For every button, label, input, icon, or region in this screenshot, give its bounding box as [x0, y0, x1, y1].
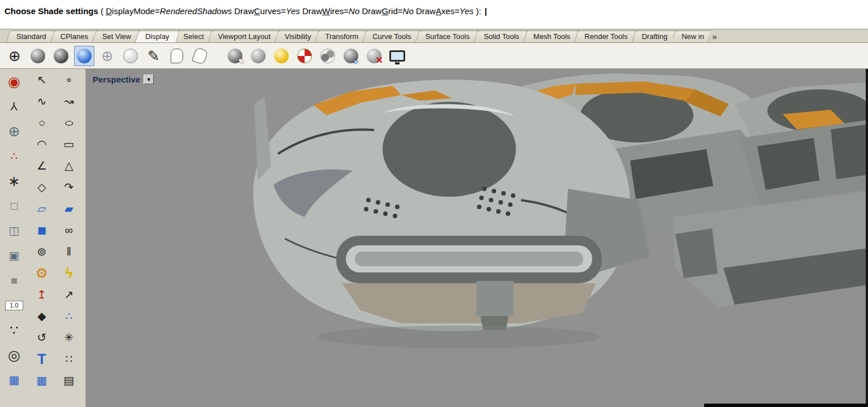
grid-blue-icon[interactable]: ▦ [28, 370, 55, 391]
cube-rendered-icon[interactable]: ▣ [0, 243, 28, 268]
icon-glyph: 1.0 [5, 301, 23, 310]
tab-surface-tools[interactable]: Surface Tools [417, 31, 479, 42]
point-icon[interactable]: ∘ [55, 69, 83, 90]
rendered-shadows-mode-icon[interactable] [74, 46, 94, 66]
extrude-taper-icon[interactable]: ↗ [55, 284, 83, 305]
tab-transform[interactable]: Transform [316, 31, 367, 42]
shade-gray-icon[interactable] [248, 46, 268, 66]
viewport-dropdown-button[interactable]: ▼ [144, 75, 154, 84]
icon-glyph: ◉ [8, 75, 20, 89]
shade-forward-icon[interactable]: ► [341, 46, 361, 66]
unshade-icon[interactable]: ✕ [364, 46, 384, 66]
fullscreen-monitor-icon[interactable] [387, 46, 407, 66]
tab-cplanes[interactable]: CPlanes [52, 31, 97, 42]
icon-glyph: ⊚ [37, 246, 47, 257]
tab-overflow-chevron[interactable]: » [712, 31, 717, 42]
curve-freeform-icon[interactable]: ↷ [55, 176, 83, 198]
sphere-pair-icon[interactable]: ∞ [55, 219, 83, 241]
shade-beachball-icon[interactable] [294, 46, 315, 66]
gear-icon[interactable]: ⚙ [28, 262, 55, 284]
icon-glyph: Y [10, 101, 18, 112]
command-bar[interactable]: Choose Shade settings ( DisplayMode=Rend… [0, 3, 868, 29]
value-field[interactable]: 1.0 [0, 293, 28, 318]
tab-standard[interactable]: Standard [8, 31, 55, 42]
polyline-icon[interactable]: ∠ [28, 155, 55, 176]
icon-glyph: ○ [38, 117, 45, 128]
shade-pair-icon[interactable] [318, 46, 338, 66]
tab-viewport-layout[interactable]: Viewport Layout [210, 31, 279, 42]
sphere-graphic [171, 49, 183, 63]
hexagon-icon[interactable]: ◇ [28, 176, 55, 198]
window-right-edge [866, 69, 868, 407]
polygon-icon[interactable]: △ [55, 155, 83, 176]
ellipse-icon[interactable]: ○ [55, 112, 83, 133]
box-icon[interactable]: ◼ [28, 219, 55, 241]
tab-visibility[interactable]: Visibility [276, 31, 320, 42]
curve-control-icon[interactable]: ↝ [55, 90, 83, 112]
lens-icon[interactable]: ◎ [0, 343, 28, 367]
xray-mode-icon[interactable] [120, 46, 141, 66]
sphere-graphic [251, 49, 266, 63]
surface-icon[interactable]: ▱ [28, 198, 55, 219]
shade-object-icon[interactable]: ✎ [225, 46, 245, 66]
shade-yellow-icon[interactable] [271, 46, 292, 66]
viewport-title-bar[interactable]: Perspective ▼ [93, 75, 154, 84]
tab-new-in[interactable]: New in [673, 31, 710, 42]
hook-icon[interactable]: Y [0, 94, 28, 119]
text-icon[interactable]: T [28, 348, 55, 370]
stop-icon[interactable]: ◉ [0, 69, 28, 94]
extrude-icon[interactable]: ↥ [28, 284, 55, 305]
tab-render-tools[interactable]: Render Tools [576, 31, 636, 42]
icon-glyph: ◼ [37, 224, 47, 236]
icon-glyph: ○ [64, 117, 75, 128]
cylinder-icon[interactable]: ⊚ [28, 241, 55, 262]
cube-shaded-icon[interactable]: ◫ [0, 218, 28, 243]
pen-mode-icon[interactable] [167, 46, 187, 66]
text-cursor: | [485, 6, 487, 16]
globe-icon[interactable]: ⊕ [0, 119, 28, 144]
pipe-icon[interactable]: ‖ [55, 241, 83, 262]
cube-wireframe-icon[interactable]: □ [0, 193, 28, 218]
tab-curve-tools[interactable]: Curve Tools [364, 31, 419, 42]
viewport-perspective[interactable]: Perspective ▼ [86, 69, 868, 407]
surface-corner-icon[interactable]: ▰ [55, 198, 83, 219]
toolbar-tabs: StandardCPlanesSet ViewDisplaySelectView… [8, 31, 708, 42]
curl-icon[interactable]: ↺ [28, 327, 55, 348]
snap-icon[interactable]: ∗ [0, 168, 28, 193]
pointer-icon[interactable]: ↖ [28, 69, 55, 90]
circle-icon[interactable]: ○ [28, 112, 55, 133]
cube-ghosted-icon[interactable]: ■ [0, 268, 28, 293]
drop-icon[interactable]: ◆ [28, 305, 55, 327]
ghosted-mode-icon[interactable]: ⊕ [97, 46, 118, 66]
curve-interpolate-icon[interactable]: ∿ [28, 90, 55, 112]
technical-mode-icon[interactable]: ✎ [144, 46, 164, 66]
tab-display[interactable]: Display [137, 31, 178, 42]
point-pair-icon[interactable]: ∴ [55, 305, 83, 327]
icon-glyph: ◎ [8, 348, 20, 362]
rendered-mode-icon[interactable] [51, 46, 71, 66]
tab-solid-tools[interactable]: Solid Tools [475, 31, 528, 42]
spheres-cluster-icon[interactable]: ∵ [0, 318, 28, 343]
spiral-icon[interactable]: ✳ [55, 327, 83, 348]
rectangle-icon[interactable]: ▭ [55, 133, 83, 155]
scatter-icon[interactable]: ∷ [55, 348, 83, 370]
grid-edit-icon[interactable]: ▤ [55, 370, 83, 391]
tab-set-view[interactable]: Set View [94, 31, 140, 42]
grid-icon[interactable]: ▦ [0, 367, 28, 392]
viewport-title[interactable]: Perspective [93, 75, 140, 84]
icon-glyph: ↺ [37, 332, 47, 343]
tab-drafting[interactable]: Drafting [633, 31, 676, 42]
lightning-icon[interactable]: ϟ [55, 262, 83, 284]
wireframe-mode-icon[interactable]: ⊕ [5, 46, 25, 66]
artistic-mode-icon[interactable] [190, 46, 210, 66]
tab-select[interactable]: Select [175, 31, 212, 42]
shaded-mode-icon[interactable] [28, 46, 48, 66]
icon-glyph: ◆ [37, 310, 46, 322]
arc-icon[interactable]: ◠ [28, 133, 55, 155]
icon-glyph: ∷ [66, 353, 73, 365]
tab-mesh-tools[interactable]: Mesh Tools [525, 31, 579, 42]
icon-glyph: ↖ [37, 74, 47, 85]
molecule-icon[interactable]: ∴ [0, 144, 28, 168]
icon-glyph: ∠ [37, 160, 47, 171]
car-mesh-model [86, 69, 868, 407]
